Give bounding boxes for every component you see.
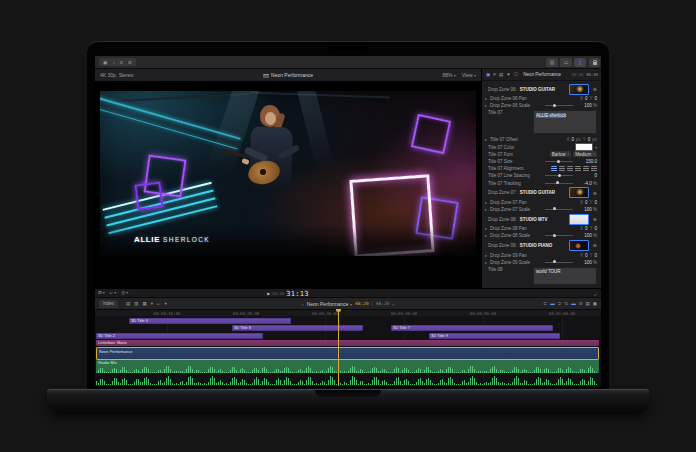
y-value-field[interactable]: 0 [594, 253, 597, 258]
timeline-project-menu[interactable]: Neon Performance ▾ [307, 301, 352, 307]
title-text-input[interactable]: ALLIE sherlock [533, 110, 597, 134]
parameter-value[interactable]: 100 % [577, 233, 597, 238]
inspector-row[interactable]: Drop Zone 07:STUDIO GUITAR⊗ [482, 187, 601, 199]
clear-dropzone-icon[interactable]: ⊗ [593, 216, 597, 222]
slider-thumb[interactable] [558, 174, 561, 177]
connect-edit-icon[interactable]: ⊂ [543, 300, 547, 308]
viewer-canvas[interactable]: ALLIE SHERLOCK [95, 82, 481, 288]
x-value-field[interactable]: 0 [585, 200, 588, 205]
alignment-button[interactable] [575, 166, 581, 171]
toggle-inspector-button[interactable]: ▯ [574, 58, 586, 67]
zoom-level-menu[interactable]: 88% ▾ [442, 72, 455, 78]
x-value-field[interactable]: 0 [585, 96, 588, 101]
generator-inspector-tab[interactable]: ▤ [498, 71, 504, 79]
inspector-row[interactable]: Title 07 Line Spacing0 [482, 172, 601, 179]
alignment-button[interactable] [551, 166, 557, 171]
title-text-input[interactable]: world TOUR [533, 267, 597, 285]
inspector-row[interactable]: ▸Drop Zone 07 PanX0Y0 [482, 199, 601, 206]
parameter-slider[interactable] [545, 175, 573, 176]
clear-dropzone-icon[interactable]: ⊗ [593, 242, 597, 248]
audio-clip[interactable]: Studio Mix [96, 360, 599, 373]
inspector-row[interactable]: Drop Zone 06:STUDIO GUITAR⊗ [482, 83, 601, 95]
parameter-slider[interactable] [545, 105, 573, 106]
parameter-slider[interactable] [545, 209, 573, 210]
effects-inspector-tab[interactable]: ▼ [505, 71, 511, 79]
inspector-row[interactable]: Drop Zone 09:STUDIO PIANO⊗ [482, 239, 601, 251]
share-button[interactable] [589, 58, 600, 67]
inspector-row[interactable]: Title 07 Size150.0 [482, 158, 601, 165]
disclosure-chevron-icon[interactable]: ▸ [485, 96, 488, 101]
playhead[interactable] [338, 309, 339, 386]
inspector-row[interactable]: ▸Drop Zone 08 Scale100 % [482, 232, 601, 239]
inspector-row[interactable]: ▸Drop Zone 07 Scale100 % [482, 206, 601, 213]
x-value-field[interactable]: 0 [585, 253, 588, 258]
inspector-row[interactable]: Title 07ALLIE sherlock [482, 109, 601, 136]
clear-dropzone-icon[interactable]: ⊗ [593, 86, 597, 92]
title-clip[interactable]: 3D Title 9 [429, 333, 560, 339]
slider-thumb[interactable] [553, 207, 556, 210]
font-family-dropdown[interactable]: Barlow↕ [550, 151, 572, 157]
inspector-row[interactable]: Title 08world TOUR [482, 266, 601, 287]
alignment-button[interactable] [567, 166, 573, 171]
title-clip[interactable]: 3D Title 2 [96, 333, 263, 339]
parameter-value[interactable]: 100 % [577, 260, 597, 265]
inspector-row[interactable]: Title 07 Alignment [482, 165, 601, 172]
next-project-button[interactable]: › [392, 301, 394, 307]
insert-edit-icon[interactable]: ▬ [550, 300, 555, 308]
snapping-icon[interactable]: ⊘ [579, 300, 583, 308]
inspector-row[interactable]: ▸Drop Zone 09 Scale100 % [482, 259, 601, 266]
inspector-row[interactable]: Title 07 FontBarlow↕Medium↕ [482, 151, 601, 158]
title-clip[interactable]: 3D Title 8 [232, 325, 363, 331]
letterbox-clip[interactable]: Letterbox: Matte [96, 340, 599, 346]
dropzone-thumbnail[interactable] [569, 240, 589, 251]
background-tasks-icon[interactable]: ⊘ [126, 58, 134, 66]
slider-thumb[interactable] [553, 104, 556, 107]
disclosure-chevron-icon[interactable]: ▸ [485, 226, 488, 231]
transitions-browser-icon[interactable]: ▣ [593, 300, 597, 308]
title-clip[interactable]: 3D Title 6 [129, 318, 291, 324]
clear-dropzone-icon[interactable]: ⊗ [593, 190, 597, 196]
inspector-row[interactable]: Title 07 Tracking-4.0 % [482, 180, 601, 187]
disclosure-chevron-icon[interactable]: ▸ [485, 137, 488, 142]
parameter-slider[interactable] [545, 161, 573, 162]
dropzone-thumbnail[interactable] [569, 84, 589, 95]
video-inspector-tab[interactable]: ▣ [485, 71, 491, 79]
y-value-field[interactable]: 0 [594, 226, 597, 231]
overwrite-edit-icon[interactable]: ↻ [564, 300, 568, 308]
alignment-button[interactable] [559, 166, 565, 171]
parameter-value[interactable]: 100 % [577, 103, 597, 108]
alignment-button[interactable] [591, 166, 597, 171]
parameter-slider[interactable] [545, 262, 573, 263]
download-icon[interactable]: ↓ [110, 58, 117, 66]
x-value-field[interactable]: 0 [571, 137, 574, 142]
slider-thumb[interactable] [553, 260, 556, 263]
inspector-row[interactable]: ▸Drop Zone 06 PanX0Y0 [482, 95, 601, 102]
previous-project-button[interactable]: ‹ [302, 301, 304, 307]
title-inspector-tab[interactable]: ≡ [492, 71, 497, 79]
y-value-field[interactable]: 0 [594, 200, 597, 205]
storyline-clip-selected[interactable]: Neon Performance [96, 347, 599, 360]
play-icon[interactable]: ▶ [267, 291, 270, 296]
disclosure-chevron-icon[interactable]: ▸ [485, 260, 488, 265]
font-weight-dropdown[interactable]: Medium↕ [573, 151, 597, 157]
slider-thumb[interactable] [553, 234, 556, 237]
y-value-field[interactable]: 0 [588, 137, 591, 142]
inspector-row[interactable]: ▸Drop Zone 06 Scale100 % [482, 102, 601, 109]
trim-tool-icon[interactable]: ▬ [571, 300, 576, 308]
y-value-field[interactable]: 0 [594, 96, 597, 101]
inspector-row[interactable]: Title 07 Color▾ [482, 144, 601, 151]
keyword-editor-icon[interactable]: ≡ [118, 58, 125, 66]
slider-thumb[interactable] [556, 181, 559, 184]
append-edit-icon[interactable]: ⊃ [558, 300, 562, 308]
disclosure-chevron-icon[interactable]: ▸ [485, 253, 488, 258]
slider-thumb[interactable] [557, 160, 560, 163]
parameter-value[interactable]: 150.0 [577, 159, 597, 164]
parameter-slider[interactable] [545, 183, 573, 184]
disclosure-chevron-icon[interactable]: ▸ [485, 207, 488, 212]
timeline-ruler[interactable]: 00:00:10:0000:00:20:0000:00:30:0000:00:4… [95, 309, 601, 316]
info-inspector-tab[interactable]: ⓘ [513, 71, 520, 79]
parameter-value[interactable]: 100 % [577, 207, 597, 212]
inspector-row[interactable]: ▸Drop Zone 08 PanX0Y0 [482, 225, 601, 232]
disclosure-chevron-icon[interactable]: ▸ [485, 103, 488, 108]
dropzone-thumbnail[interactable] [569, 214, 589, 225]
